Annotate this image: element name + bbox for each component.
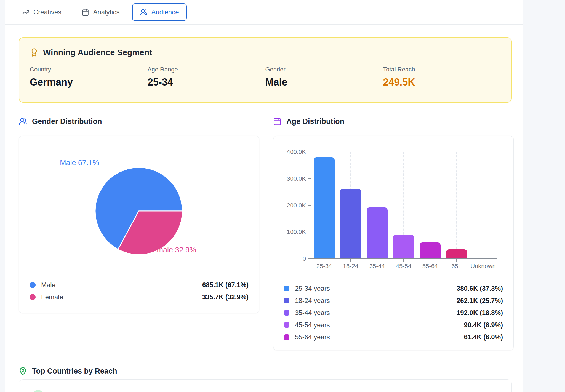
field-value: 25-34 — [148, 76, 265, 88]
bar-25-34 — [314, 157, 335, 259]
segment-field-gender: Gender Male — [265, 66, 383, 88]
bar-18-24 — [340, 189, 361, 259]
pie-label-male: Male 67.1% — [60, 159, 99, 167]
top-countries-section-header: Top Countries by Reach — [19, 366, 117, 377]
legend-label: 18-24 years — [295, 297, 330, 305]
section-title: Gender Distribution — [32, 117, 102, 126]
section-title: Top Countries by Reach — [32, 367, 117, 375]
age-legend: 25-34 years 380.6K (37.3%) 18-24 years 2… — [273, 282, 513, 343]
legend-value: 61.4K (6.0%) — [464, 333, 503, 341]
female-legend-swatch — [30, 294, 36, 300]
x-axis-tick-mark — [403, 259, 404, 262]
bar-65+ — [446, 249, 467, 259]
gridline-v-right-edge — [496, 152, 496, 259]
age-55-64-swatch — [284, 334, 289, 340]
legend-row-female: Female 335.7K (32.9%) — [19, 291, 259, 303]
age-18-24-swatch — [284, 298, 289, 303]
calendar-icon — [273, 117, 281, 126]
tab-label: Creatives — [33, 8, 61, 16]
x-axis-tick-mark — [430, 259, 430, 262]
gridline-h-300.0K — [311, 179, 496, 179]
legend-row-55-64: 55-64 years 61.4K (6.0%) — [273, 331, 513, 343]
main-panel: Creatives Analytics Audience — [5, 0, 523, 392]
gender-pie-chart: Male 67.1%Female 32.9% — [19, 136, 260, 275]
legend-value: 685.1K (67.1%) — [202, 281, 249, 289]
gender-legend: Male 685.1K (67.1%) Female 335.7K (32.9%… — [19, 279, 259, 303]
legend-row-45-54: 45-54 years 90.4K (8.9%) — [273, 319, 513, 331]
winning-segment-header: Winning Audience Segment — [30, 48, 501, 57]
tab-audience[interactable]: Audience — [132, 3, 186, 21]
y-axis-tick-label: 200.0K — [273, 202, 306, 209]
trending-up-icon — [22, 9, 30, 16]
pie-chart-canvas — [19, 136, 260, 275]
field-label: Total Reach — [383, 66, 501, 73]
gridline-v-Unknown — [483, 152, 483, 259]
legend-label: 55-64 years — [295, 333, 330, 341]
legend-value: 262.1K (25.7%) — [457, 297, 503, 305]
tab-creatives[interactable]: Creatives — [14, 3, 69, 21]
field-value: Male — [265, 76, 383, 88]
legend-row-35-44: 35-44 years 192.0K (18.8%) — [273, 307, 513, 319]
x-axis-tick-mark — [377, 259, 377, 262]
users-icon — [19, 117, 27, 126]
legend-row-male: Male 685.1K (67.1%) — [19, 279, 259, 291]
gender-distribution-card: Male 67.1%Female 32.9% Male 685.1K (67.1… — [19, 136, 259, 313]
age-bar-chart: 400.0K300.0K200.0K100.0K025-3418-2435-44… — [273, 136, 514, 275]
male-legend-swatch — [30, 282, 36, 288]
tab-label: Analytics — [93, 8, 119, 16]
gender-section-header: Gender Distribution — [19, 116, 102, 127]
winning-segment-fields: Country Germany Age Range 25-34 Gender M… — [30, 66, 501, 88]
tab-analytics[interactable]: Analytics — [74, 3, 127, 21]
legend-label: Male — [41, 281, 55, 289]
gridline-h-100.0K — [311, 232, 496, 232]
age-section-header: Age Distribution — [273, 116, 344, 127]
gridline-v-65+ — [456, 152, 457, 259]
winning-segment-title: Winning Audience Segment — [43, 48, 152, 57]
y-axis-tick-label: 0 — [273, 255, 306, 262]
segment-field-age-range: Age Range 25-34 — [148, 66, 265, 88]
x-axis-tick-label-Unknown: Unknown — [465, 263, 501, 270]
map-pin-icon — [19, 367, 27, 375]
legend-label: 45-54 years — [295, 321, 330, 329]
top-countries-card — [19, 379, 512, 392]
x-axis-tick-mark — [324, 259, 324, 262]
y-axis-tick-label: 400.0K — [273, 148, 306, 156]
field-value: Germany — [30, 76, 148, 88]
legend-row-18-24: 18-24 years 262.1K (25.7%) — [273, 295, 513, 307]
legend-value: 192.0K (18.8%) — [457, 309, 503, 317]
y-axis-tick-label: 100.0K — [273, 228, 306, 236]
legend-value: 90.4K (8.9%) — [464, 321, 503, 329]
section-title: Age Distribution — [286, 117, 344, 126]
bar-45-54 — [393, 235, 414, 259]
field-label: Age Range — [148, 66, 265, 73]
gridline-h-200.0K — [311, 206, 496, 206]
users-icon — [140, 9, 147, 16]
age-45-54-swatch — [284, 322, 289, 328]
field-label: Country — [30, 66, 148, 73]
pie-label-female: Female 32.9% — [148, 246, 196, 254]
bar-55-64 — [420, 242, 441, 259]
y-axis-line — [311, 152, 311, 259]
tab-label: Audience — [151, 8, 179, 16]
legend-value: 380.6K (37.3%) — [457, 285, 503, 292]
x-axis-tick-mark — [350, 259, 351, 262]
gridline-h-400.0K — [311, 152, 496, 152]
tab-bar: Creatives Analytics Audience — [5, 0, 523, 25]
legend-label: 25-34 years — [295, 285, 330, 292]
age-35-44-swatch — [284, 310, 289, 316]
y-axis-tick-label: 300.0K — [273, 175, 306, 182]
segment-field-country: Country Germany — [30, 66, 148, 88]
legend-label: 35-44 years — [295, 309, 330, 317]
bar-35-44 — [367, 207, 388, 259]
country-rank-badge — [31, 390, 45, 392]
audience-dashboard: Creatives Analytics Audience — [0, 0, 565, 392]
award-icon — [30, 48, 39, 57]
age-25-34-swatch — [284, 286, 289, 291]
calendar-icon — [82, 9, 89, 16]
x-axis-tick-mark — [483, 259, 483, 262]
segment-field-total-reach: Total Reach 249.5K — [383, 66, 501, 88]
age-distribution-card: 400.0K300.0K200.0K100.0K025-3418-2435-44… — [273, 136, 514, 350]
field-label: Gender — [265, 66, 383, 73]
legend-row-25-34: 25-34 years 380.6K (37.3%) — [273, 282, 513, 295]
legend-label: Female — [41, 293, 63, 301]
